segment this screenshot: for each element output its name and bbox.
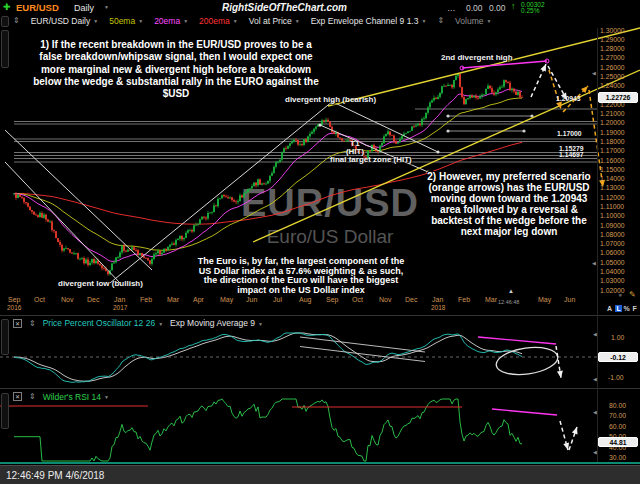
toolbar-item-symbol[interactable]: EUR/USD Daily▼ bbox=[31, 16, 98, 26]
final-target-zone-label: final target zone (HIT) bbox=[330, 155, 412, 164]
chevron-down-icon: ▼ bbox=[93, 18, 98, 24]
scenario-arrows-white bbox=[531, 63, 570, 102]
annotation-note-3: The Euro is, by far, the largest compone… bbox=[195, 257, 407, 296]
chevron-down-icon: ▼ bbox=[486, 18, 491, 24]
bottom-panel-border bbox=[0, 462, 640, 464]
chevron-down-icon: ▼ bbox=[421, 18, 426, 24]
title-bar: ✚ EUR/USD Daily ▼ RightSideOfTheChart.co… bbox=[0, 0, 640, 13]
left-tool-tab[interactable] bbox=[1, 30, 9, 68]
rsi-indicator-label[interactable]: Wilder's RSI 14▼ bbox=[43, 392, 109, 402]
ppo-indicator-label[interactable]: Price Percent Oscillator 12 26▼ bbox=[43, 318, 163, 328]
add-symbol-icon[interactable]: ✚ bbox=[3, 2, 11, 12]
scale-log-button[interactable]: L bbox=[615, 305, 622, 312]
ppo-panel-header: ✕ ⇕ Price Percent Oscillator 12 26▼ Exp … bbox=[0, 317, 598, 330]
symbol-label[interactable]: EUR/USD bbox=[16, 2, 59, 13]
toolbar-item-200ema[interactable]: 200ema▼ bbox=[199, 16, 238, 26]
chevron-down-icon[interactable]: ▼ bbox=[104, 4, 109, 10]
chevron-down-icon: ▼ bbox=[138, 18, 143, 24]
annotation-note-1: 1) If the recent breakdown in the EUR/US… bbox=[30, 39, 322, 100]
chevron-down-icon: ▼ bbox=[233, 18, 238, 24]
ppo-ema-overlay-label[interactable]: Exp Moving Average 9▼ bbox=[170, 318, 263, 328]
scale-percent-button[interactable]: % bbox=[624, 305, 630, 312]
overflow-dots: … bbox=[447, 3, 456, 13]
toolbar-item-vol-at-price[interactable]: Vol at Price▼ bbox=[249, 16, 300, 26]
site-watermark: RightSideOfTheChart.com bbox=[222, 2, 347, 13]
indicator-toolbar: ⇕ EUR/USD Daily▼ 50ema▼ 20ema▼ 200ema▼ V… bbox=[0, 13, 640, 28]
rsi-series bbox=[14, 399, 522, 461]
axis-marker-icon: ◀ bbox=[592, 260, 596, 266]
status-timestamp: 12:46:49 PM 4/6/2018 bbox=[6, 470, 104, 481]
reorder-icon[interactable]: ⇕ bbox=[29, 392, 36, 401]
change-up-arrow-icon: ↑ bbox=[511, 1, 516, 11]
current-price-box: 1.22726 bbox=[598, 92, 638, 103]
close-icon[interactable]: ✕ bbox=[13, 319, 22, 328]
chevron-down-icon: ▼ bbox=[295, 18, 300, 24]
status-bar: 12:46:49 PM 4/6/2018 bbox=[0, 465, 640, 484]
scale-arithmetic-button[interactable]: A bbox=[607, 305, 612, 312]
second-divergent-high-label: 2nd divergent high bbox=[441, 53, 513, 62]
reorder-icon[interactable]: ⇕ bbox=[29, 319, 36, 328]
chevron-down-icon: ▼ bbox=[158, 321, 163, 327]
panel-divider[interactable] bbox=[0, 388, 640, 389]
rsi-panel-header: ✕ ⇕ Wilder's RSI 14▼ bbox=[0, 390, 598, 403]
rsi-overlays bbox=[0, 406, 580, 451]
toolbar-item-50ema[interactable]: 50ema▼ bbox=[109, 16, 143, 26]
toolbar-item-envelope-channel[interactable]: Exp Envelope Channel 9 1.3▼ bbox=[311, 16, 427, 26]
chart-application-window: EUR/USD Euro/US Dollar bbox=[0, 0, 640, 484]
toolbar-item-volume[interactable]: Volume▼ bbox=[455, 16, 491, 26]
chevron-down-icon: ▼ bbox=[183, 18, 188, 24]
chevron-down-icon: ▼ bbox=[104, 394, 109, 400]
reorder-icon[interactable]: ⇕ bbox=[437, 16, 444, 25]
ask-value: 0.00 bbox=[489, 3, 506, 13]
ppo-overlays bbox=[0, 337, 598, 378]
time-cursor-label: 12:46:48 bbox=[498, 299, 519, 305]
draw-tool-icon[interactable]: ● bbox=[618, 291, 622, 298]
chevron-down-icon: ▼ bbox=[258, 321, 263, 327]
timeframe-selector[interactable]: Daily bbox=[74, 3, 94, 13]
support-resistance-lines bbox=[14, 109, 598, 162]
annotation-note-2: 2) However, my preferred scenario (orang… bbox=[422, 171, 596, 237]
ppo-series bbox=[14, 333, 522, 382]
ppo-current-box: -0.12 bbox=[598, 352, 638, 362]
toolbar-item-20ema[interactable]: 20ema▼ bbox=[154, 16, 188, 26]
rsi-current-box: 44.81 bbox=[598, 437, 638, 447]
bid-value: 0.00 bbox=[466, 3, 483, 13]
close-icon[interactable]: ✕ bbox=[13, 392, 22, 401]
axis-divider bbox=[597, 28, 598, 463]
pencil-icon[interactable]: ✎ bbox=[629, 290, 636, 299]
reorder-icon[interactable]: ⇕ bbox=[13, 16, 20, 25]
axis-marker-icon: ◀ bbox=[592, 70, 596, 76]
scale-f-button[interactable]: F bbox=[633, 305, 637, 312]
time-cursor-icon: ▲ bbox=[508, 288, 514, 294]
divergent-low-label: divergent low (bullish) bbox=[58, 279, 143, 288]
left-tool-tab[interactable] bbox=[1, 16, 9, 27]
divergent-high-label: divergent high (bearish) bbox=[285, 95, 376, 104]
